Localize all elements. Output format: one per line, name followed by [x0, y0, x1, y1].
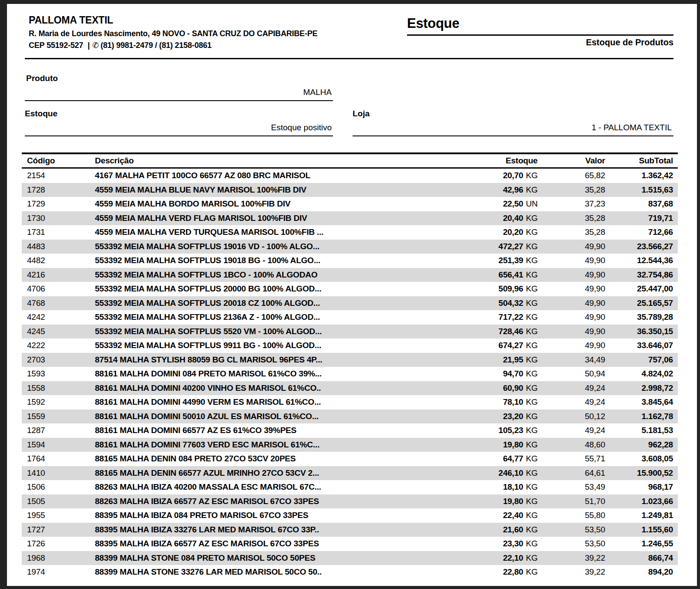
cell-subtotal: 2.998,72 — [605, 381, 678, 396]
table-row: 1955 88395 MALHA IBIZA 084 PRETO MARISOL… — [22, 508, 678, 523]
table-row: 4245 553392 MEIA MALHA SOFTPLUS 5520 VM … — [22, 325, 678, 339]
cell-valor: 35,28 — [538, 183, 605, 197]
cell-descricao: 4559 MEIA MALHA BLUE NAVY MARISOL 100%FI… — [95, 183, 455, 197]
table-row: 2703 87514 MALHA STYLISH 88059 BG CL MAR… — [22, 353, 678, 367]
cell-descricao: 88165 MALHA DENIN 084 PRETO 27CO 53CV 20… — [95, 452, 455, 466]
cell-valor: 49,24 — [538, 381, 605, 396]
cell-descricao: 4559 MEIA MALHA BORDO MARISOL 100%FIB DI… — [95, 197, 455, 211]
cell-subtotal: 894,20 — [605, 565, 678, 579]
table-body: 2154 4167 MALHA PETIT 100CO 66577 AZ 080… — [22, 168, 678, 579]
cell-valor: 50,12 — [538, 410, 605, 424]
cell-codigo: 1968 — [22, 551, 95, 565]
cell-estoque: 21,60KG — [455, 523, 538, 537]
cell-codigo: 1731 — [22, 225, 95, 240]
table-row: 1731 4559 MEIA MALHA VERD TURQUESA MARIS… — [22, 225, 678, 240]
cell-descricao: 87514 MALHA STYLISH 88059 BG CL MARISOL … — [95, 353, 455, 367]
cell-estoque: 22,40KG — [455, 508, 538, 523]
cell-codigo: 1506 — [22, 480, 95, 494]
cell-subtotal: 25.165,57 — [605, 296, 678, 311]
cell-codigo: 1592 — [22, 395, 95, 410]
cell-estoque: 509,96KG — [455, 282, 538, 296]
cell-estoque: 21,95KG — [455, 353, 538, 367]
cell-descricao: 4559 MEIA MALHA VERD FLAG MARISOL 100%FI… — [95, 211, 455, 226]
cell-valor: 48,60 — [538, 438, 605, 452]
cell-estoque: 20,40KG — [455, 211, 538, 226]
cell-codigo: 4706 — [22, 282, 95, 296]
cell-estoque: 64,77KG — [455, 452, 538, 466]
cell-codigo: 4242 — [22, 310, 95, 325]
cell-valor: 49,90 — [538, 282, 605, 296]
cell-valor: 49,90 — [538, 268, 605, 282]
cell-valor: 49,90 — [538, 310, 605, 325]
cell-valor: 35,28 — [538, 211, 605, 226]
table-row: 4483 553392 MEIA MALHA SOFTPLUS 19016 VD… — [22, 240, 678, 254]
table-row: 1726 88395 MALHA IBIZA 66577 AZ ESC MARI… — [22, 537, 678, 551]
table-row: 1506 88263 MALHA IBIZA 40200 MASSALA ESC… — [22, 480, 678, 494]
table-row: 1729 4559 MEIA MALHA BORDO MARISOL 100%F… — [22, 197, 678, 211]
table-row: 1287 88161 MALHA DOMINI 66577 AZ ES 61%C… — [22, 423, 678, 438]
cell-descricao: 88395 MALHA IBIZA 33276 LAR MED MARISOL … — [95, 523, 455, 537]
filter-produto-underline — [25, 100, 333, 101]
separator: | — [88, 41, 90, 50]
cell-descricao: 88161 MALHA DOMINI 44990 VERM ES MARISOL… — [95, 395, 455, 410]
cell-subtotal: 837,68 — [605, 197, 678, 211]
cell-subtotal: 1.249,81 — [605, 508, 678, 523]
cell-descricao: 88161 MALHA DOMINI 50010 AZUL ES MARISOL… — [95, 410, 455, 424]
page-subtitle: Estoque de Produtos — [586, 37, 673, 47]
company-address: R. Maria de Lourdes Nascimento, 49 NOVO … — [29, 29, 317, 38]
cell-descricao: 553392 MEIA MALHA SOFTPLUS 2136A Z - 100… — [95, 310, 455, 325]
cell-valor: 37,23 — [538, 197, 605, 211]
cell-valor: 39,22 — [538, 551, 605, 565]
cell-valor: 64,61 — [538, 466, 605, 481]
filter-estoque-label: Estoque — [25, 109, 57, 118]
cell-estoque: 22,10KG — [455, 551, 538, 565]
table-row: 2154 4167 MALHA PETIT 100CO 66577 AZ 080… — [22, 168, 678, 183]
cell-estoque: 20,70KG — [455, 168, 538, 183]
filter-estoque-underline — [25, 135, 333, 136]
cell-estoque: 246,10KG — [455, 466, 538, 481]
cell-estoque: 20,20KG — [455, 225, 538, 240]
cell-estoque: 472,27KG — [455, 240, 538, 254]
cell-codigo: 1593 — [22, 367, 95, 381]
cell-descricao: 88263 MALHA IBIZA 66577 AZ ESC MARISOL 6… — [95, 494, 455, 509]
cell-valor: 53,50 — [538, 537, 605, 551]
cell-valor: 49,24 — [538, 423, 605, 438]
table-row: 4222 553392 MEIA MALHA SOFTPLUS 9911 BG … — [22, 339, 678, 353]
cell-descricao: 88395 MALHA IBIZA 66577 AZ ESC MARISOL 6… — [95, 537, 455, 551]
cell-valor: 65,82 — [538, 168, 605, 183]
cell-subtotal: 12.544,36 — [605, 254, 678, 268]
cell-estoque: 23,20KG — [455, 410, 538, 424]
cell-valor: 55,71 — [538, 452, 605, 466]
company-contact: CEP 55192-527|✆(81) 9981-2479 / (81) 215… — [29, 41, 212, 50]
cell-codigo: 1730 — [22, 211, 95, 226]
filter-loja-label: Loja — [353, 109, 370, 118]
cell-valor: 53,50 — [538, 523, 605, 537]
cell-subtotal: 1.162,78 — [605, 410, 678, 424]
column-header-estoque: Estoque — [455, 153, 538, 168]
table-row: 1728 4559 MEIA MALHA BLUE NAVY MARISOL 1… — [22, 183, 678, 197]
cell-estoque: 60,90KG — [455, 381, 538, 396]
filter-produto-label: Produto — [26, 74, 58, 83]
cell-valor: 53,49 — [538, 480, 605, 494]
cell-subtotal: 866,74 — [605, 551, 678, 565]
cell-subtotal: 757,06 — [605, 353, 678, 367]
cell-codigo: 4222 — [22, 339, 95, 353]
cell-valor: 35,28 — [538, 225, 605, 240]
cell-valor: 49,90 — [538, 339, 605, 353]
cell-subtotal: 32.754,86 — [605, 268, 678, 282]
table-row: 1730 4559 MEIA MALHA VERD FLAG MARISOL 1… — [22, 211, 678, 226]
cell-subtotal: 3.608,05 — [605, 452, 678, 466]
company-name: PALLOMA TEXTIL — [29, 14, 113, 26]
table-row: 4706 553392 MEIA MALHA SOFTPLUS 20000 BG… — [22, 282, 678, 296]
phone-icon: ✆ — [92, 41, 99, 50]
table-row: 1968 88399 MALHA STONE 084 PRETO MARISOL… — [22, 551, 678, 565]
cell-valor: 49,90 — [538, 325, 605, 339]
cell-estoque: 23,30KG — [455, 537, 538, 551]
header-divider — [25, 58, 673, 59]
table-row: 1974 88399 MALHA STONE 33276 LAR MED MAR… — [22, 565, 678, 579]
title-underline — [407, 34, 673, 36]
cell-codigo: 1505 — [22, 494, 95, 509]
cell-descricao: 553392 MEIA MALHA SOFTPLUS 19016 VD - 10… — [95, 240, 455, 254]
cell-codigo: 4245 — [22, 325, 95, 339]
cell-valor: 49,24 — [538, 395, 605, 410]
